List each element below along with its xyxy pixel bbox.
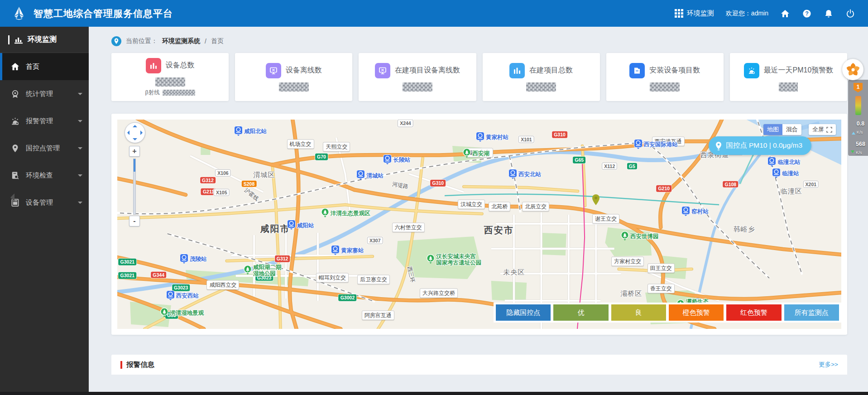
stat-card-total-projects: 在建项目总数 bbox=[483, 53, 600, 101]
sidebar-item-device-management[interactable]: 设备管理 bbox=[0, 189, 89, 216]
sidebar-item-environment-check[interactable]: 环境检查 bbox=[0, 162, 89, 189]
legend-hide-national-points-button[interactable]: 隐藏国控点 bbox=[496, 304, 551, 321]
sidebar-item-alarm[interactable]: 报警管理 bbox=[0, 107, 89, 135]
road-shield-g312: G312 bbox=[200, 177, 216, 183]
map-pan-control[interactable] bbox=[125, 122, 145, 143]
road-shield-g3021: G3021 bbox=[119, 272, 137, 279]
sidebar-item-home[interactable]: 首页 bbox=[0, 53, 89, 80]
location-pin-icon bbox=[715, 141, 722, 150]
map-interchange-label: 咸阳西立交 bbox=[206, 280, 239, 290]
module-switcher[interactable]: 环境监测 bbox=[675, 9, 714, 18]
legend-orange-warning-button[interactable]: 橙色预警 bbox=[669, 304, 724, 321]
map-district-label: 渭城区 bbox=[254, 171, 275, 179]
security-shield-badge: 1 bbox=[854, 83, 863, 92]
main-content: 当前位置： 环境监测系统 / 首页 设备总数 β射线 设备离线数 在建项目设备离… bbox=[89, 27, 868, 395]
chevron-down-icon bbox=[78, 120, 82, 125]
park-icon bbox=[621, 231, 629, 242]
park-icon bbox=[463, 148, 471, 159]
map-station-marker: 临潼北站 bbox=[767, 157, 800, 169]
floating-accelerator-ball[interactable] bbox=[842, 59, 863, 80]
breadcrumb-current[interactable]: 首页 bbox=[211, 37, 224, 45]
station-icon bbox=[166, 290, 175, 302]
road-shield-x201: X201 bbox=[803, 180, 819, 188]
map-park-marker: 西安湖 bbox=[463, 148, 489, 159]
legend-good-button[interactable]: 良 bbox=[611, 304, 666, 321]
map-district-label: 韩峪乡 bbox=[734, 225, 755, 233]
map-interchange-label: 帽耳刘立交 bbox=[316, 273, 349, 282]
map-station-marker: 黄家村站 bbox=[476, 132, 508, 144]
road-shield-g310: G310 bbox=[552, 131, 567, 138]
bottom-edge-strip bbox=[0, 392, 868, 395]
road-shield-x106: X106 bbox=[215, 169, 231, 177]
station-icon bbox=[772, 168, 781, 180]
pan-left-icon[interactable] bbox=[127, 130, 129, 135]
upload-arrow-icon bbox=[852, 130, 855, 135]
station-icon bbox=[681, 206, 690, 218]
map-interchange-label: 香王立交 bbox=[647, 284, 675, 293]
road-shield-g70: G70 bbox=[315, 154, 328, 160]
censored-value bbox=[650, 82, 680, 92]
park-icon bbox=[244, 265, 252, 276]
logout-power-icon[interactable] bbox=[845, 9, 855, 19]
zoom-out-button[interactable]: - bbox=[129, 216, 140, 226]
bar-chart-icon bbox=[146, 58, 161, 73]
map-canvas[interactable]: 咸阳市西安市渭城区未央区灞桥区临潼区韩峪乡西泉街道西三环河堤路沪霍线机场立交天熙… bbox=[117, 120, 841, 329]
sidebar-collapse-arrow-icon[interactable] bbox=[6, 193, 14, 202]
censored-value bbox=[779, 82, 798, 92]
legend-excellent-button[interactable]: 优 bbox=[553, 304, 608, 321]
zoom-slider[interactable] bbox=[133, 159, 136, 215]
notification-bell-icon[interactable] bbox=[824, 9, 834, 19]
censored-value bbox=[279, 82, 309, 92]
road-shield-x244: X244 bbox=[398, 120, 413, 127]
pan-right-icon[interactable] bbox=[140, 130, 143, 135]
stat-cards-row: 设备总数 β射线 设备离线数 在建项目设备离线数 在建项目总数 bbox=[111, 53, 847, 101]
bar-chart-icon bbox=[509, 63, 525, 78]
map-type-toggle: 地图 混合 bbox=[763, 124, 801, 135]
zoom-slider-fill bbox=[134, 159, 135, 172]
park-icon bbox=[321, 208, 329, 219]
alarm-info-panel: 报警信息 更多>> bbox=[111, 355, 847, 375]
pin-icon bbox=[591, 194, 600, 206]
map-interchange-label: 北辰立交 bbox=[522, 202, 549, 211]
park-icon bbox=[427, 254, 435, 265]
legend-red-warning-button[interactable]: 红色预警 bbox=[726, 304, 781, 321]
pm10-tooltip[interactable]: 国控点 PM10 | 0.0μg/m3 bbox=[709, 136, 811, 155]
breadcrumb: 当前位置： 环境监测系统 / 首页 bbox=[111, 35, 847, 48]
station-icon bbox=[508, 169, 517, 181]
help-icon[interactable]: ? bbox=[802, 9, 812, 19]
speed-gradient-bar bbox=[855, 96, 861, 115]
zoom-in-button[interactable]: + bbox=[129, 146, 140, 157]
pan-up-icon[interactable] bbox=[133, 125, 137, 127]
map-park-marker: 汉长安城未央宫 国家考古遗址公园 bbox=[427, 254, 481, 266]
alarm-more-link[interactable]: 更多>> bbox=[819, 361, 838, 369]
monitor-point-pin[interactable] bbox=[591, 194, 600, 206]
censored-value bbox=[403, 82, 432, 92]
station-icon bbox=[180, 254, 188, 265]
stat-card-installed-device-projects: 安装设备项目数 bbox=[606, 53, 724, 101]
stat-card-total-devices: 设备总数 β射线 bbox=[111, 53, 229, 101]
censored-value bbox=[526, 82, 556, 92]
sidebar-item-national-control-points[interactable]: 国控点管理 bbox=[0, 135, 89, 162]
pan-down-icon[interactable] bbox=[133, 138, 137, 140]
monitor-offline-icon bbox=[375, 63, 390, 78]
map-station-marker: 西安国际港站 bbox=[634, 139, 678, 151]
chevron-down-icon bbox=[78, 147, 82, 152]
platform-title: 智慧工地综合管理服务信息平台 bbox=[34, 7, 173, 20]
sidebar-item-statistics[interactable]: 统计管理 bbox=[0, 80, 89, 107]
legend-all-monitor-points-button[interactable]: 所有监测点 bbox=[784, 304, 839, 321]
stat-card-pm10-warnings: 最近一天PM10预警数 bbox=[730, 53, 847, 101]
home-icon[interactable] bbox=[780, 9, 790, 19]
map-type-map-button[interactable]: 地图 bbox=[763, 124, 782, 135]
breadcrumb-system[interactable]: 环境监测系统 bbox=[162, 37, 200, 45]
map-interchange-label: 六村堡立交 bbox=[392, 222, 425, 232]
stat-card-project-offline-devices: 在建项目设备离线数 bbox=[359, 53, 476, 101]
map-road-name-label: 河堤路 bbox=[392, 182, 409, 191]
fullscreen-button[interactable]: 全屏 bbox=[809, 124, 836, 135]
map-type-hybrid-button[interactable]: 混合 bbox=[782, 124, 801, 135]
road-shield-x307: X307 bbox=[367, 236, 383, 244]
net-speed-widget[interactable]: 1 0.8K/s 568K/s bbox=[848, 80, 868, 156]
username: admin bbox=[751, 10, 768, 17]
map-station-marker: 咸阳北站 bbox=[234, 126, 267, 138]
map-park-marker: 咸阳湖二期 湿地公园 bbox=[244, 265, 282, 277]
sidebar-title: 环境监测 bbox=[0, 27, 89, 53]
